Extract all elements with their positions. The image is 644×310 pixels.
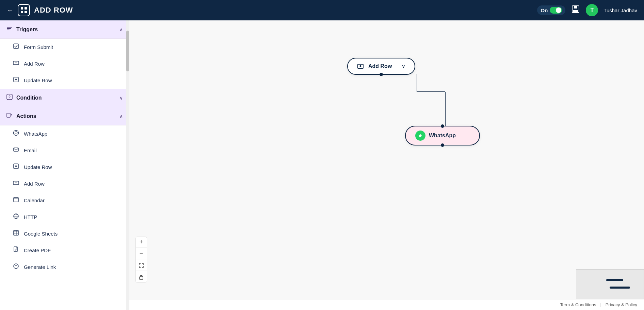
svg-point-20 — [14, 131, 19, 136]
footer-separator: | — [600, 302, 601, 307]
add-row-action-icon — [12, 180, 20, 188]
user-avatar: T — [586, 4, 598, 16]
triggers-section-label: Triggers — [16, 27, 38, 33]
sidebar-item-form-submit[interactable]: Form Submit — [0, 39, 129, 55]
add-row-node-label: Add Row — [368, 63, 392, 69]
svg-rect-22 — [14, 164, 18, 169]
whatsapp-node-dot-bottom — [441, 143, 444, 147]
email-icon — [12, 147, 20, 154]
svg-rect-0 — [21, 7, 23, 10]
svg-text:?: ? — [9, 95, 11, 99]
create-pdf-icon — [12, 246, 20, 254]
zoom-out-button[interactable]: − — [136, 248, 147, 259]
save-button[interactable] — [571, 4, 580, 16]
actions-section-left: Actions — [6, 112, 36, 120]
svg-rect-2 — [21, 11, 23, 13]
svg-rect-50 — [140, 277, 143, 279]
add-row-node-chevron: ∨ — [402, 64, 405, 69]
update-row-icon — [12, 76, 20, 84]
calendar-icon — [12, 196, 20, 204]
actions-section-header[interactable]: Actions ∧ — [0, 107, 129, 125]
sidebar-item-google-sheets[interactable]: Google Sheets — [0, 225, 129, 242]
svg-rect-26 — [14, 197, 18, 202]
sidebar-item-update-row[interactable]: Update Row — [0, 72, 129, 89]
svg-rect-17 — [7, 113, 10, 117]
update-row-action-label: Update Row — [24, 164, 52, 170]
svg-rect-6 — [573, 10, 578, 13]
whatsapp-node-label: WhatsApp — [429, 133, 456, 139]
scrollbar-thumb[interactable] — [126, 31, 129, 71]
svg-point-41 — [14, 264, 18, 269]
sidebar: Triggers ∧ Form Submit Add Ro — [0, 20, 129, 310]
email-label: Email — [24, 148, 37, 153]
triggers-section-left: Triggers — [6, 25, 38, 34]
add-row-label: Add Row — [24, 61, 45, 67]
whatsapp-node[interactable]: WhatsApp — [405, 126, 480, 145]
create-pdf-label: Create PDF — [24, 247, 51, 253]
triggers-chevron: ∧ — [119, 27, 123, 32]
mini-map-node2 — [610, 287, 630, 289]
on-off-toggle[interactable] — [550, 7, 562, 14]
sidebar-item-http[interactable]: HTTP — [0, 209, 129, 225]
sidebar-item-add-row[interactable]: Add Row — [0, 55, 129, 72]
add-row-action-label: Add Row — [24, 181, 45, 187]
generate-link-label: Generate Link — [24, 264, 56, 270]
back-button[interactable]: ← — [7, 6, 14, 14]
actions-section-label: Actions — [16, 113, 36, 119]
svg-rect-7 — [7, 27, 12, 28]
zoom-in-button[interactable]: + — [136, 237, 147, 248]
header-right-section: On T Tushar Jadhav — [537, 4, 637, 16]
toggle-container[interactable]: On — [537, 5, 565, 15]
google-sheets-label: Google Sheets — [24, 231, 58, 237]
google-sheets-icon — [12, 230, 20, 238]
svg-rect-33 — [14, 230, 18, 235]
form-submit-icon — [12, 43, 20, 51]
svg-rect-9 — [7, 30, 10, 30]
sidebar-item-email[interactable]: Email — [0, 142, 129, 159]
fit-button[interactable] — [136, 260, 147, 271]
sidebar-item-calendar[interactable]: Calendar — [0, 192, 129, 209]
actions-chevron: ∧ — [119, 114, 123, 119]
actions-icon — [6, 112, 13, 120]
add-row-node-content: Add Row — [357, 63, 392, 70]
condition-section-header[interactable]: ? Condition ∨ — [0, 89, 129, 107]
app-logo — [18, 4, 30, 16]
toggle-label: On — [541, 7, 548, 13]
http-label: HTTP — [24, 214, 37, 220]
condition-chevron: ∨ — [119, 95, 123, 101]
main-layout: Triggers ∧ Form Submit Add Ro — [0, 20, 644, 310]
sidebar-item-generate-link[interactable]: Generate Link — [0, 259, 129, 275]
sidebar-item-update-row-action[interactable]: Update Row — [0, 159, 129, 175]
whatsapp-node-dot-top — [441, 124, 444, 128]
toggle-knob — [556, 7, 561, 13]
sidebar-item-create-pdf[interactable]: Create PDF — [0, 242, 129, 259]
svg-rect-8 — [7, 28, 11, 29]
whatsapp-action-label: WhatsApp — [24, 131, 47, 137]
form-submit-label: Form Submit — [24, 44, 53, 50]
svg-rect-10 — [14, 44, 18, 49]
lock-button[interactable] — [136, 272, 147, 282]
add-row-icon — [12, 60, 20, 68]
sidebar-item-whatsapp[interactable]: WhatsApp — [0, 125, 129, 142]
svg-rect-5 — [574, 6, 577, 8]
condition-section-label: Condition — [16, 95, 42, 101]
update-row-trigger-label: Update Row — [24, 78, 52, 83]
triggers-section-header[interactable]: Triggers ∧ — [0, 20, 129, 39]
svg-rect-3 — [25, 11, 27, 13]
zoom-controls: + − — [135, 237, 147, 283]
scrollbar-track[interactable] — [126, 20, 129, 310]
add-row-node[interactable]: Add Row ∨ — [347, 58, 415, 75]
calendar-label: Calendar — [24, 197, 45, 203]
sidebar-item-add-row-action[interactable]: Add Row — [0, 175, 129, 192]
update-row-action-icon — [12, 163, 20, 171]
condition-section-left: ? Condition — [6, 93, 42, 102]
flow-canvas[interactable]: Add Row ∨ WhatsApp + − — [129, 20, 644, 310]
page-title: ADD ROW — [34, 6, 533, 15]
terms-link[interactable]: Term & Conditions — [560, 302, 596, 307]
svg-rect-14 — [14, 77, 18, 82]
condition-icon: ? — [6, 93, 13, 102]
footer: Term & Conditions | Privacy & Policy — [129, 299, 644, 310]
whatsapp-icon — [12, 130, 20, 138]
privacy-link[interactable]: Privacy & Policy — [606, 302, 637, 307]
mini-map-node1 — [606, 279, 623, 281]
